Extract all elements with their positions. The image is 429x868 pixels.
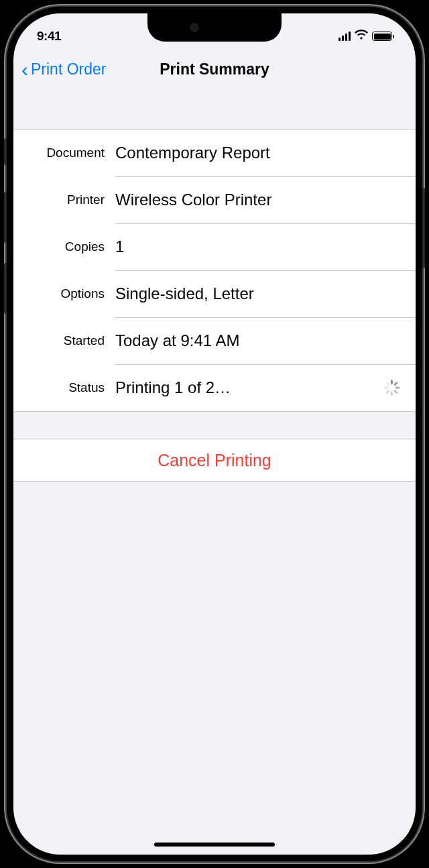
row-label: Printer <box>13 193 115 207</box>
volume-down-button <box>4 263 7 314</box>
content: Document Contemporary Report Printer Wir… <box>13 129 416 482</box>
row-status: Status Printing 1 of 2… <box>13 364 416 411</box>
back-label: Print Order <box>31 60 106 78</box>
row-value: 1 <box>115 237 402 256</box>
back-button[interactable]: ‹ Print Order <box>21 60 106 80</box>
row-document: Document Contemporary Report <box>13 129 416 176</box>
row-value: Single-sided, Letter <box>115 284 402 303</box>
home-indicator[interactable] <box>154 843 275 847</box>
wifi-icon <box>355 29 368 44</box>
row-label: Copies <box>13 239 115 254</box>
nav-bar: ‹ Print Order Print Summary <box>13 51 416 89</box>
volume-up-button <box>4 192 7 243</box>
notch <box>147 13 282 42</box>
button-group: Cancel Printing <box>13 439 416 482</box>
details-list: Document Contemporary Report Printer Wir… <box>13 129 416 412</box>
row-label: Options <box>13 286 115 301</box>
row-label: Started <box>13 333 115 348</box>
spinner-icon <box>383 380 400 396</box>
row-printer: Printer Wireless Color Printer <box>13 176 416 223</box>
row-label: Status <box>13 380 115 395</box>
row-value: Today at 9:41 AM <box>115 331 402 350</box>
power-button <box>422 188 425 268</box>
battery-icon <box>372 32 392 41</box>
silent-switch <box>4 138 7 165</box>
page-title: Print Summary <box>160 60 269 78</box>
row-started: Started Today at 9:41 AM <box>13 317 416 364</box>
cancel-printing-button[interactable]: Cancel Printing <box>13 439 416 481</box>
row-value: Wireless Color Printer <box>115 191 402 209</box>
side-buttons-left <box>4 138 7 334</box>
phone-frame: 9:41 ‹ Print Order <box>7 7 422 861</box>
row-copies: Copies 1 <box>13 223 416 270</box>
cellular-signal-icon <box>339 32 351 41</box>
row-label: Document <box>13 146 115 160</box>
row-value: Contemporary Report <box>115 144 402 162</box>
status-icons <box>339 29 393 44</box>
side-buttons-right <box>422 188 425 288</box>
chevron-left-icon: ‹ <box>21 60 28 80</box>
row-options: Options Single-sided, Letter <box>13 270 416 317</box>
row-value: Printing 1 of 2… <box>115 378 383 397</box>
phone-screen: 9:41 ‹ Print Order <box>13 13 416 855</box>
status-time: 9:41 <box>37 29 61 44</box>
